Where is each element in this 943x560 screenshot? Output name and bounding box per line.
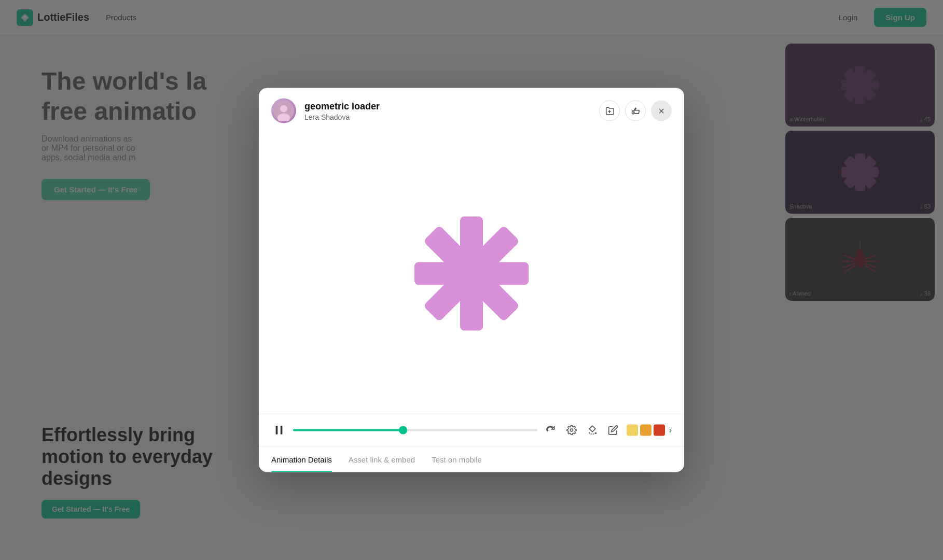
svg-point-33	[570, 429, 573, 431]
progress-bar[interactable]	[293, 429, 537, 431]
author-avatar	[271, 99, 296, 123]
color-swatches: ›	[627, 425, 672, 436]
animation-title: geometric loader	[304, 101, 591, 111]
svg-rect-32	[281, 426, 283, 435]
close-icon: ×	[658, 106, 664, 116]
svg-rect-31	[276, 426, 278, 435]
yellow-swatch[interactable]	[627, 425, 638, 436]
modal-title-group: geometric loader Lera Shadova	[304, 101, 591, 121]
loop-icon	[546, 425, 556, 436]
animation-author: Lera Shadova	[304, 113, 591, 121]
animation-canvas	[259, 134, 684, 414]
folder-icon	[605, 106, 614, 116]
svg-rect-26	[632, 111, 634, 114]
progress-fill	[293, 429, 403, 431]
animation-modal: geometric loader Lera Shadova ×	[259, 88, 684, 472]
settings-button[interactable]	[564, 423, 579, 438]
settings-icon	[566, 425, 577, 436]
background-button[interactable]	[585, 423, 600, 438]
orange-swatch[interactable]	[640, 425, 651, 436]
modal-tabs: Animation Details Asset link & embed Tes…	[259, 446, 684, 472]
animation-details-tab[interactable]: Animation Details	[271, 447, 332, 472]
edit-button[interactable]	[606, 423, 620, 438]
progress-thumb[interactable]	[399, 426, 407, 435]
like-button[interactable]	[625, 101, 646, 121]
fill-icon	[587, 425, 598, 436]
pause-icon	[273, 425, 285, 436]
pause-button[interactable]	[271, 423, 287, 438]
folder-save-button[interactable]	[599, 101, 620, 121]
svg-point-22	[280, 105, 287, 113]
more-colors-button[interactable]: ›	[669, 426, 672, 435]
animation-preview	[389, 191, 554, 357]
test-mobile-tab[interactable]: Test on mobile	[432, 447, 482, 472]
edit-icon	[608, 425, 618, 436]
red-swatch[interactable]	[654, 425, 665, 436]
thumbsup-icon	[631, 106, 640, 116]
modal-header: geometric loader Lera Shadova ×	[259, 88, 684, 134]
loop-button[interactable]	[544, 423, 558, 438]
svg-point-34	[595, 432, 597, 434]
close-modal-button[interactable]: ×	[651, 101, 672, 121]
player-controls: ›	[259, 414, 684, 446]
asset-link-tab[interactable]: Asset link & embed	[349, 447, 415, 472]
avatar-image	[273, 101, 294, 121]
modal-action-buttons: ×	[599, 101, 672, 121]
